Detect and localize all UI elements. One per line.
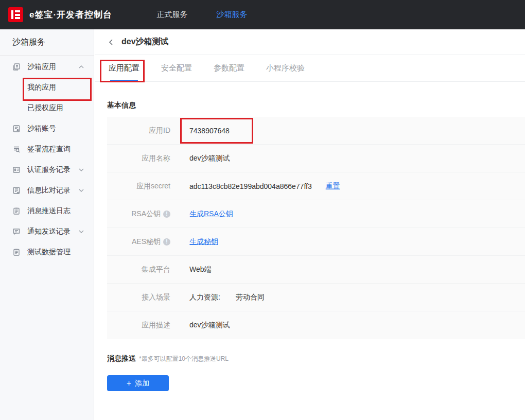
- compare-doc-icon: [12, 186, 21, 195]
- tab-app-config[interactable]: 应用配置: [109, 55, 139, 81]
- sidebar-item-sandbox-accounts[interactable]: 沙箱账号: [0, 118, 94, 139]
- sidebar-item-authorized-apps[interactable]: 已授权应用: [0, 98, 94, 118]
- add-button-label: 添加: [135, 379, 149, 388]
- field-label: 应用描述: [107, 321, 170, 330]
- plus-icon: +: [127, 379, 131, 388]
- brand-title: e签宝·开发者控制台: [29, 9, 112, 21]
- info-row-platform: 集成平台 Web端: [107, 256, 525, 284]
- scene-value: 人力资源: 劳动合同: [189, 293, 265, 302]
- page-title: dev沙箱测试: [121, 37, 169, 47]
- info-row-app-id: 应用ID 7438907648: [107, 117, 525, 145]
- sidebar-item-label: 认证服务记录: [27, 165, 71, 174]
- field-label-text: RSA公钥: [131, 209, 161, 219]
- sidebar-item-my-apps[interactable]: 我的应用: [0, 77, 94, 98]
- info-icon[interactable]: !: [163, 211, 170, 218]
- sidebar-item-label: 消息推送日志: [27, 206, 71, 216]
- tab-miniprogram-check[interactable]: 小程序校验: [266, 55, 305, 81]
- field-label-text: AES秘钥: [132, 237, 161, 247]
- info-row-description: 应用描述 dev沙箱测试: [107, 311, 525, 339]
- chevron-down-icon: [78, 188, 84, 192]
- field-label: 应用名称: [107, 154, 170, 163]
- sidebar-item-sign-flow-query[interactable]: 签署流程查询: [0, 139, 94, 160]
- tab-bar: 应用配置 安全配置 参数配置 小程序校验: [95, 55, 525, 82]
- generate-rsa-key-link[interactable]: 生成RSA公钥: [189, 209, 233, 219]
- top-nav: 正式服务 沙箱服务: [156, 10, 247, 20]
- info-row-rsa-key: RSA公钥 ! 生成RSA公钥: [107, 200, 525, 228]
- back-icon[interactable]: [108, 39, 114, 46]
- id-card-icon: [12, 166, 21, 174]
- message-push-note: *最多可以配置10个消息推送URL: [139, 355, 229, 363]
- esign-logo-icon: [8, 7, 23, 22]
- sidebar-item-notice-send-records[interactable]: 通知发送记录: [0, 221, 94, 242]
- main-content: dev沙箱测试 应用配置 安全配置 参数配置 小程序校验 基本信息 应用ID 7…: [95, 29, 525, 420]
- chevron-down-icon: [78, 230, 84, 234]
- clipboard-icon: [12, 248, 21, 256]
- sidebar-item-label: 通知发送记录: [27, 227, 71, 236]
- sidebar-item-auth-records[interactable]: 认证服务记录: [0, 160, 94, 180]
- sidebar-menu: 沙箱应用 我的应用 已授权应用 沙箱账号 签署流程查询: [0, 56, 94, 262]
- info-row-aes-key: AES秘钥 ! 生成秘钥: [107, 228, 525, 256]
- sidebar-item-label: 我的应用: [27, 83, 56, 92]
- scene-detail: 劳动合同: [236, 293, 265, 302]
- info-icon[interactable]: !: [163, 238, 170, 246]
- sidebar-title: 沙箱服务: [0, 29, 94, 56]
- sidebar-item-label: 测试数据管理: [27, 248, 71, 257]
- info-row-scene: 接入场景 人力资源: 劳动合同: [107, 284, 525, 311]
- field-label: 集成平台: [107, 265, 170, 274]
- clipboard-icon: [12, 207, 21, 215]
- chat-icon: [12, 227, 21, 236]
- sidebar-item-label: 沙箱应用: [27, 62, 56, 72]
- search-doc-icon: [12, 145, 21, 153]
- add-push-url-button[interactable]: + 添加: [107, 375, 169, 391]
- nav-item-production[interactable]: 正式服务: [156, 10, 187, 20]
- message-push-section: 消息推送 *最多可以配置10个消息推送URL: [107, 354, 525, 363]
- field-label: AES秘钥 !: [107, 237, 170, 247]
- sidebar-item-message-push-log[interactable]: 消息推送日志: [0, 201, 94, 221]
- sidebar-item-info-compare-records[interactable]: 信息比对记录: [0, 180, 94, 201]
- chevron-down-icon: [78, 168, 84, 172]
- field-label: 接入场景: [107, 293, 170, 302]
- page-header: dev沙箱测试: [95, 29, 525, 55]
- app-name-value: dev沙箱测试: [189, 154, 230, 163]
- sidebar-item-label: 沙箱账号: [27, 124, 56, 133]
- field-label: 应用secret: [107, 182, 170, 191]
- apps-icon: [12, 63, 21, 71]
- chevron-up-icon: [78, 65, 84, 69]
- nav-item-sandbox[interactable]: 沙箱服务: [216, 10, 247, 20]
- scene-category: 人力资源:: [189, 293, 220, 302]
- sidebar-item-label: 签署流程查询: [27, 145, 71, 154]
- reset-secret-link[interactable]: 重置: [326, 182, 340, 191]
- account-doc-icon: [12, 125, 21, 133]
- message-push-title: 消息推送: [107, 354, 136, 363]
- sidebar: 沙箱服务 沙箱应用 我的应用 已授权应用 沙箱账号: [0, 29, 94, 420]
- sidebar-item-sandbox-apps[interactable]: 沙箱应用: [0, 57, 94, 77]
- basic-info-panel: 应用ID 7438907648 应用名称 dev沙箱测试 应用secret ad…: [107, 117, 525, 339]
- tab-param-config[interactable]: 参数配置: [214, 55, 244, 81]
- tab-security-config[interactable]: 安全配置: [161, 55, 192, 81]
- field-label: RSA公钥 !: [107, 209, 170, 219]
- sidebar-item-label: 已授权应用: [27, 103, 63, 113]
- info-row-app-secret: 应用secret adc113c8cb82e199abd004a866e77ff…: [107, 172, 525, 200]
- tab-panel-app-config: 基本信息 应用ID 7438907648 应用名称 dev沙箱测试 应用secr…: [95, 82, 525, 391]
- generate-aes-key-link[interactable]: 生成秘钥: [189, 237, 218, 247]
- info-row-app-name: 应用名称 dev沙箱测试: [107, 145, 525, 172]
- app-id-value: 7438907648: [189, 127, 230, 135]
- sidebar-item-label: 信息比对记录: [27, 186, 71, 195]
- app-secret-value: adc113c8cb82e199abd004a866e77ff3: [189, 182, 312, 190]
- field-label: 应用ID: [107, 126, 170, 135]
- app-description-value: dev沙箱测试: [189, 321, 230, 330]
- sidebar-item-test-data-management[interactable]: 测试数据管理: [0, 242, 94, 262]
- platform-value: Web端: [189, 265, 212, 274]
- basic-info-heading: 基本信息: [107, 101, 525, 110]
- topbar: e签宝·开发者控制台 正式服务 沙箱服务: [0, 0, 525, 29]
